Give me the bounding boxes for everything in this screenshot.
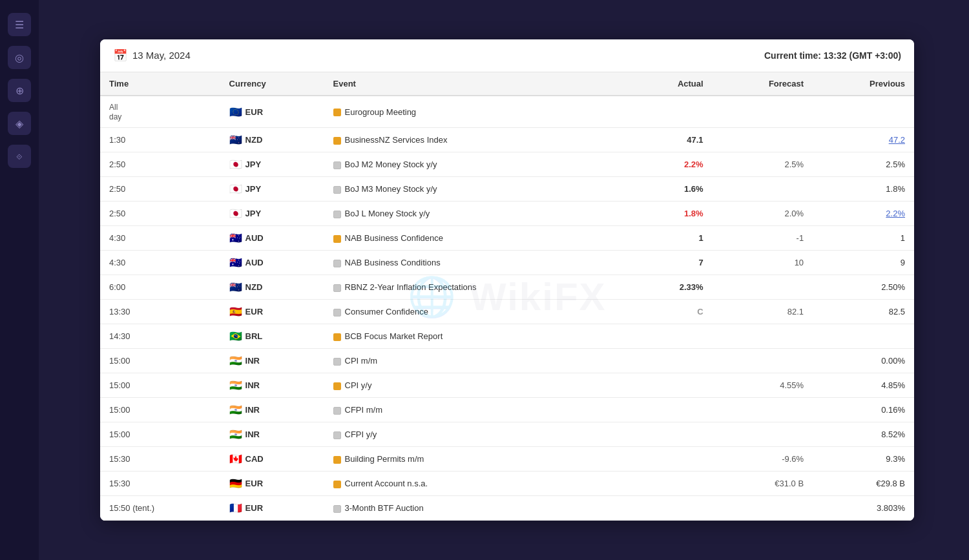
col-previous: Previous xyxy=(813,72,914,96)
importance-dot xyxy=(333,161,341,169)
side-icon-4[interactable]: ◈ xyxy=(8,112,31,135)
table-row: 6:00🇳🇿NZDRBNZ 2-Year Inflation Expectati… xyxy=(100,275,914,300)
table-row: 2:50🇯🇵JPYBoJ L Money Stock y/y1.8%2.0%2.… xyxy=(100,202,914,226)
table-row: 14:30🇧🇷BRLBCB Focus Market Report xyxy=(100,324,914,349)
event-name: NAB Business Confidence xyxy=(345,233,443,243)
side-icon-1[interactable]: ☰ xyxy=(8,13,31,36)
event-cell: RBNZ 2-Year Inflation Expectations xyxy=(324,275,630,300)
side-icon-2[interactable]: ◎ xyxy=(8,46,31,69)
previous-link[interactable]: 47.2 xyxy=(889,135,905,145)
col-event: Event xyxy=(324,72,630,96)
actual-cell xyxy=(629,447,712,472)
event-cell: BusinessNZ Services Index xyxy=(324,128,630,152)
currency-code: NZD xyxy=(245,135,263,145)
table-row: 4:30🇦🇺AUDNAB Business Conditions7109 xyxy=(100,251,914,275)
event-cell: BoJ M3 Money Stock y/y xyxy=(324,177,630,202)
time-cell: Allday xyxy=(100,96,220,128)
table-row: 15:00🇮🇳INRCFPI y/y8.52% xyxy=(100,422,914,447)
previous-link[interactable]: 2.2% xyxy=(886,209,905,218)
forecast-cell: €31.0 B xyxy=(713,472,813,496)
actual-cell: C xyxy=(629,300,712,324)
previous-cell xyxy=(813,324,914,349)
time-cell: 6:00 xyxy=(100,275,220,300)
forecast-cell xyxy=(713,128,813,152)
event-name: NAB Business Conditions xyxy=(345,258,441,267)
event-name: Eurogroup Meeting xyxy=(345,107,417,117)
currency-cell: 🇧🇷BRL xyxy=(220,324,324,349)
table-row: 15:50 (tent.)🇫🇷EUR3-Month BTF Auction3.8… xyxy=(100,496,914,521)
event-cell: NAB Business Confidence xyxy=(324,226,630,251)
table-wrapper: 🌐 WikiFX Time Currency Event Actual Fore… xyxy=(100,72,914,521)
previous-cell: 1 xyxy=(813,226,914,251)
col-actual: Actual xyxy=(629,72,712,96)
flag-icon: 🇯🇵 xyxy=(229,207,242,220)
forecast-cell: 2.0% xyxy=(713,202,813,226)
table-row: 1:30🇳🇿NZDBusinessNZ Services Index47.147… xyxy=(100,128,914,152)
event-cell: CFPI m/m xyxy=(324,398,630,422)
side-icon-3[interactable]: ⊕ xyxy=(8,79,31,102)
currency-code: JPY xyxy=(245,160,262,169)
event-name: BusinessNZ Services Index xyxy=(345,135,448,145)
actual-cell xyxy=(629,373,712,398)
importance-dot xyxy=(333,407,341,415)
col-time: Time xyxy=(100,72,220,96)
currency-code: BRL xyxy=(245,331,263,341)
currency-cell: 🇮🇳INR xyxy=(220,349,324,373)
side-icon-5[interactable]: ⟐ xyxy=(8,145,31,168)
forecast-cell xyxy=(713,422,813,447)
actual-value: 1.6% xyxy=(684,184,703,194)
event-cell: BoJ L Money Stock y/y xyxy=(324,202,630,226)
importance-dot xyxy=(333,431,341,439)
previous-cell: 2.2% xyxy=(813,202,914,226)
currency-cell: 🇪🇸EUR xyxy=(220,300,324,324)
event-cell: CPI m/m xyxy=(324,349,630,373)
table-row: 15:00🇮🇳INRCFPI m/m0.16% xyxy=(100,398,914,422)
time-cell: 15:00 xyxy=(100,398,220,422)
currency-cell: 🇫🇷EUR xyxy=(220,496,324,521)
time-cell: 13:30 xyxy=(100,300,220,324)
table-row: 15:30🇩🇪EURCurrent Account n.s.a.€31.0 B€… xyxy=(100,472,914,496)
importance-dot xyxy=(333,109,341,116)
table-header-row: Time Currency Event Actual Forecast Prev… xyxy=(100,72,914,96)
forecast-cell xyxy=(713,324,813,349)
header-right: Current time: 13:32 (GMT +3:00) xyxy=(764,50,901,61)
importance-dot xyxy=(333,358,341,366)
currency-cell: 🇳🇿NZD xyxy=(220,275,324,300)
forecast-cell xyxy=(713,349,813,373)
importance-dot xyxy=(333,211,341,218)
forecast-cell: -1 xyxy=(713,226,813,251)
event-name: BoJ L Money Stock y/y xyxy=(345,209,430,218)
time-cell: 15:50 (tent.) xyxy=(100,496,220,521)
time-cell: 2:50 xyxy=(100,152,220,177)
importance-dot xyxy=(333,333,341,341)
previous-cell: 2.5% xyxy=(813,152,914,177)
event-cell: CFPI y/y xyxy=(324,422,630,447)
flag-icon: 🇳🇿 xyxy=(229,281,242,293)
flag-icon: 🇪🇸 xyxy=(229,306,242,318)
event-name: Building Permits m/m xyxy=(345,454,424,464)
currency-cell: 🇳🇿NZD xyxy=(220,128,324,152)
event-cell: 3-Month BTF Auction xyxy=(324,496,630,521)
calendar-icon: 📅 xyxy=(113,48,127,63)
actual-cell xyxy=(629,398,712,422)
event-cell: Current Account n.s.a. xyxy=(324,472,630,496)
event-name: CPI y/y xyxy=(345,380,372,390)
main-container: 📅 13 May, 2024 Current time: 13:32 (GMT … xyxy=(100,39,914,521)
currency-code: INR xyxy=(245,405,260,415)
actual-cell: 7 xyxy=(629,251,712,275)
importance-dot xyxy=(333,284,341,292)
currency-code: NZD xyxy=(245,282,263,292)
actual-cell: 1.6% xyxy=(629,177,712,202)
actual-spinner: C xyxy=(697,307,703,316)
previous-cell: €29.8 B xyxy=(813,472,914,496)
actual-value: 1 xyxy=(698,233,703,243)
actual-value: 47.1 xyxy=(687,135,703,145)
table-row: 15:00🇮🇳INRCPI m/m0.00% xyxy=(100,349,914,373)
currency-code: EUR xyxy=(245,107,263,117)
event-cell: Eurogroup Meeting xyxy=(324,96,630,128)
side-panel: ☰ ◎ ⊕ ◈ ⟐ xyxy=(0,0,39,560)
time-cell: 15:00 xyxy=(100,373,220,398)
time-cell: 4:30 xyxy=(100,251,220,275)
currency-cell: 🇦🇺AUD xyxy=(220,251,324,275)
forecast-cell xyxy=(713,398,813,422)
